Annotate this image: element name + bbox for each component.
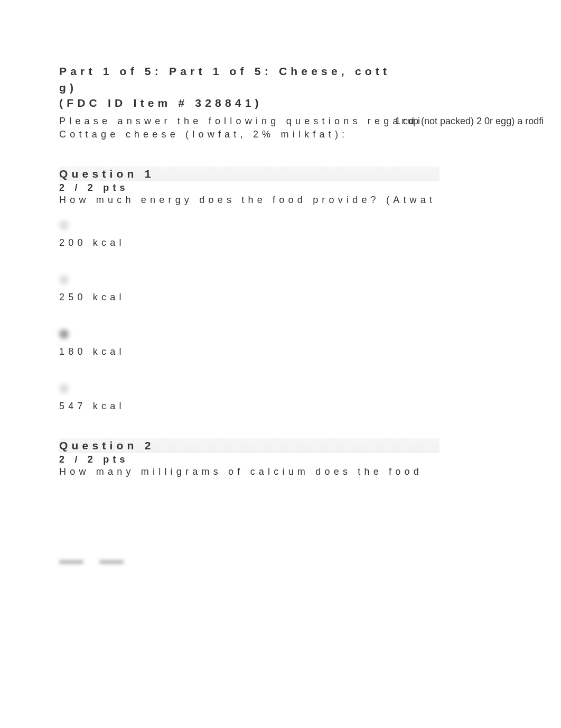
option-2: 250 kcal xyxy=(59,275,561,303)
option-label: 547 kcal xyxy=(59,401,561,412)
question-points: 2 / 2 pts xyxy=(59,182,561,193)
option-label: 250 kcal xyxy=(59,292,561,303)
question-title: Question 2 xyxy=(59,438,440,453)
blurred-footer xyxy=(59,560,124,564)
blur-block xyxy=(59,560,83,564)
question-text: How much energy does the food provide? (… xyxy=(59,195,561,206)
fdc-id: (FDC ID Item # 328841) xyxy=(59,97,561,109)
instructions-line2: Cottage cheese (lowfat, 2% milkfat): xyxy=(59,128,561,141)
question-title: Question 1 xyxy=(59,167,440,181)
question-text: How many milligrams of calcium does the … xyxy=(59,466,561,477)
radio-icon xyxy=(59,384,69,393)
radio-icon xyxy=(59,220,69,230)
blur-block xyxy=(99,560,124,564)
question-2: Question 2 2 / 2 pts How many milligrams… xyxy=(59,438,561,477)
instructions-overlay: 1 cup (not packed) 2 0r egg) a rodfi xyxy=(395,115,544,128)
question-1: Question 1 2 / 2 pts How much energy doe… xyxy=(59,167,561,412)
option-1: 200 kcal xyxy=(59,220,561,248)
option-label: 180 kcal xyxy=(59,346,561,357)
question-points: 2 / 2 pts xyxy=(59,454,561,465)
option-3: 180 kcal xyxy=(59,329,561,357)
option-4: 547 kcal xyxy=(59,384,561,412)
option-label: 200 kcal xyxy=(59,237,561,248)
radio-icon xyxy=(59,329,69,339)
instructions-block: Please answer the following questions re… xyxy=(59,115,561,141)
part-header-line1: Part 1 of 5: Part 1 of 5: Cheese, cott xyxy=(59,63,561,79)
radio-icon xyxy=(59,275,69,284)
part-header-line2: g) xyxy=(59,80,561,95)
